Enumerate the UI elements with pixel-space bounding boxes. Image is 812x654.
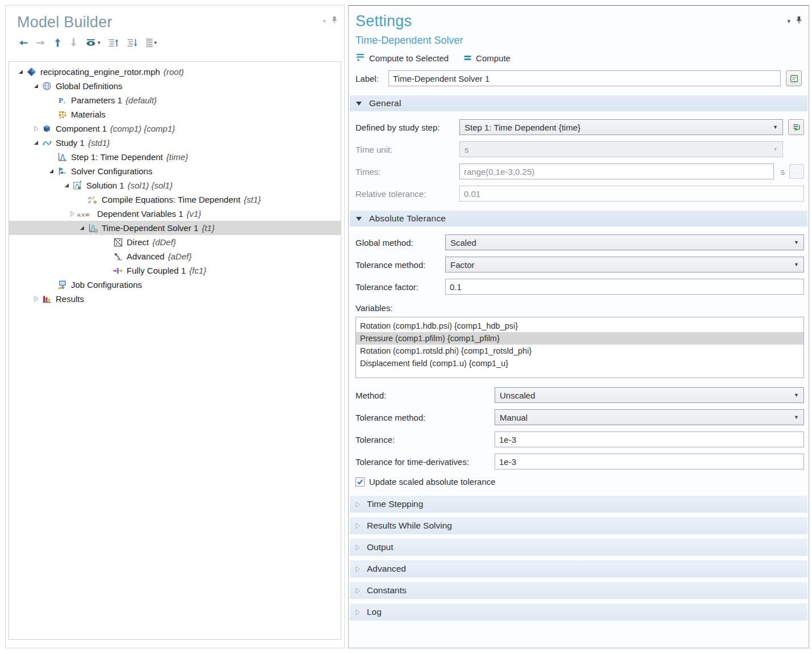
- expander-icon[interactable]: [62, 183, 72, 187]
- collapsed-sections: Time Stepping Results While Solving Outp…: [350, 496, 807, 621]
- expander-icon[interactable]: [68, 211, 77, 217]
- update-scaled-tolerance-label: Update scaled absolute tolerance: [369, 477, 496, 487]
- variable-item-selected[interactable]: Pressure (comp1.pfilm) {comp1_pfilm}: [356, 332, 803, 345]
- section-log[interactable]: Log: [350, 603, 807, 621]
- tree-item-direct[interactable]: Direct {dDef}: [9, 235, 341, 249]
- variable-item[interactable]: Displacement field (comp1.u) {comp1_u}: [356, 357, 803, 370]
- method-label: Method:: [355, 391, 495, 400]
- model-builder-title: Model Builder: [6, 6, 344, 31]
- tree-display-menu-icon[interactable]: ▾: [145, 38, 157, 48]
- results-icon: [41, 294, 53, 304]
- tree-item-global-definitions[interactable]: Global Definitions: [9, 79, 341, 93]
- section-output[interactable]: Output: [350, 539, 807, 556]
- expander-icon[interactable]: [31, 296, 41, 302]
- chevron-down-icon: ▼: [794, 414, 799, 420]
- tolerance-factor-input[interactable]: [445, 279, 804, 295]
- label-input[interactable]: [388, 70, 781, 86]
- collapse-all-icon[interactable]: [127, 38, 138, 48]
- times-label: Times:: [355, 167, 459, 177]
- expander-icon[interactable]: [31, 125, 41, 132]
- expander-icon[interactable]: [16, 70, 26, 74]
- tree-item-step1-time-dependent[interactable]: Step 1: Time Dependent {time}: [9, 150, 341, 164]
- show-menu-icon[interactable]: ▾: [85, 39, 101, 47]
- fully-coupled-icon: [112, 266, 124, 275]
- model-builder-toolbar: ▾ ▾: [6, 31, 344, 52]
- time-dependent-step-icon: [56, 152, 68, 162]
- range-button: …: [789, 164, 804, 179]
- section-advanced[interactable]: Advanced: [350, 560, 807, 577]
- section-collapsed-icon: [355, 544, 360, 551]
- tree-item-component[interactable]: Component 1 (comp1) {comp1}: [9, 121, 341, 136]
- time-unit-label: Time unit:: [355, 145, 459, 154]
- tree-item-root[interactable]: reciprocating_engine_rotor.mph (root): [9, 65, 341, 79]
- section-collapsed-icon: [355, 501, 360, 508]
- tree-item-time-dependent-solver[interactable]: Time-Dependent Solver 1 {t1}: [9, 221, 341, 235]
- section-collapsed-icon: [355, 523, 360, 529]
- tree-item-solution[interactable]: * Solution 1 (sol1) {sol1}: [9, 178, 341, 192]
- tree-item-parameters[interactable]: Pi Parameters 1 {default}: [9, 93, 341, 107]
- materials-icon: [56, 110, 68, 119]
- svg-text:i: i: [64, 100, 65, 105]
- update-scaled-tolerance-row: Update scaled absolute tolerance: [355, 477, 809, 487]
- time-unit-select: s ▼: [459, 141, 783, 157]
- chevron-down-icon: ▼: [794, 392, 799, 398]
- move-down-icon[interactable]: [69, 37, 78, 48]
- times-input: [459, 164, 774, 179]
- pin-icon[interactable]: [796, 16, 802, 27]
- method-select[interactable]: Unscaled ▼: [495, 387, 804, 403]
- tree-item-fully-coupled[interactable]: Fully Coupled 1 {fc1}: [9, 263, 341, 278]
- section-collapsed-icon: [355, 609, 360, 615]
- tree-item-compile-equations[interactable]: ∂u-f∂t Compile Equations: Time Dependent…: [9, 192, 341, 207]
- section-time-stepping[interactable]: Time Stepping: [350, 496, 807, 513]
- variable-item[interactable]: Rotation (comp1.hdb.psi) {comp1_hdb_psi}: [356, 320, 803, 332]
- move-up-icon[interactable]: [53, 37, 62, 48]
- absolute-tolerance-form-top: Global method: Scaled ▼ Tolerance method…: [349, 227, 809, 295]
- section-absolute-tolerance[interactable]: Absolute Tolerance: [350, 211, 807, 227]
- variable-item[interactable]: Rotation (comp1.rotsld.phi) {comp1_rotsl…: [356, 345, 803, 357]
- section-collapsed-icon: [355, 566, 360, 572]
- tolerance-input[interactable]: [495, 431, 804, 447]
- model-builder-panel: Model Builder ▾ ▾ ▾ reciprocating_engine…: [5, 5, 345, 648]
- tree-item-results[interactable]: Results: [9, 292, 341, 306]
- expand-all-icon[interactable]: [108, 38, 119, 48]
- go-back-icon[interactable]: [18, 39, 28, 47]
- panel-menu-chevron-icon[interactable]: ▾: [787, 18, 790, 24]
- tree-item-dependent-variables[interactable]: u,v,w Dependent Variables 1 {v1}: [9, 207, 341, 221]
- pin-icon[interactable]: [332, 16, 337, 27]
- tree-item-materials[interactable]: Materials: [9, 107, 341, 121]
- tolerance-method-select[interactable]: Factor ▼: [445, 257, 804, 272]
- label-row: Label:: [355, 70, 802, 86]
- tolerance-label: Tolerance:: [355, 435, 495, 445]
- chevron-down-icon: ▼: [773, 146, 778, 152]
- settings-subtitle: Time-Dependent Solver: [349, 30, 809, 47]
- panel-menu-chevron-icon[interactable]: ▾: [323, 18, 326, 24]
- tolerance-method-2-select[interactable]: Manual ▼: [495, 409, 804, 425]
- section-collapsed-icon: [355, 588, 360, 594]
- tree-item-job-configurations[interactable]: Job Configurations: [9, 278, 341, 292]
- update-scaled-tolerance-checkbox[interactable]: [355, 477, 365, 487]
- expander-icon[interactable]: [31, 84, 41, 88]
- tree-item-solver-configurations[interactable]: Solver Configurations: [9, 164, 341, 178]
- chevron-down-icon: ▼: [794, 262, 799, 267]
- compute-button[interactable]: Compute: [463, 53, 510, 63]
- times-unit: s: [781, 167, 785, 177]
- expander-icon[interactable]: [77, 226, 87, 230]
- tree-item-advanced[interactable]: Advanced {aDef}: [9, 249, 341, 263]
- relative-tolerance-label: Relative tolerance:: [355, 189, 459, 199]
- section-results-while-solving[interactable]: Results While Solving: [350, 517, 807, 534]
- tree-item-study[interactable]: Study 1 {std1}: [9, 136, 341, 150]
- expander-icon[interactable]: [31, 141, 41, 145]
- go-forward-icon[interactable]: [36, 39, 46, 47]
- solution-icon: *: [72, 181, 83, 190]
- time-dependent-solver-icon: [87, 223, 99, 233]
- section-general[interactable]: General: [350, 95, 807, 111]
- expander-icon[interactable]: [47, 169, 56, 173]
- section-constants[interactable]: Constants: [350, 582, 807, 599]
- edit-label-button[interactable]: [786, 70, 802, 86]
- update-solver-button[interactable]: [788, 119, 804, 135]
- tolerance-time-derivatives-input[interactable]: [495, 454, 804, 469]
- component-cube-icon: [41, 124, 53, 133]
- compute-to-selected-button[interactable]: Compute to Selected: [355, 53, 449, 64]
- global-method-select[interactable]: Scaled ▼: [445, 234, 804, 250]
- defined-by-study-step-select[interactable]: Step 1: Time Dependent {time} ▼: [459, 119, 783, 135]
